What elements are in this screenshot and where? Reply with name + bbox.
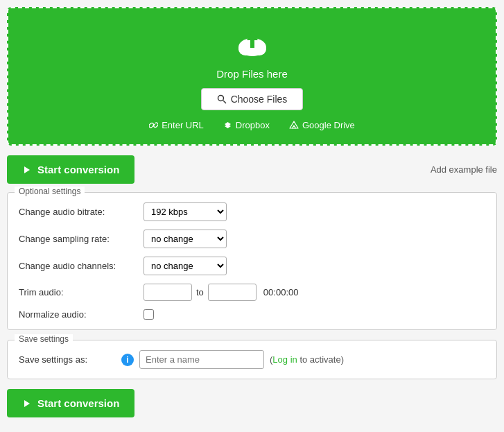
svg-point-4 [218,96,223,101]
info-icon[interactable]: i [121,354,134,366]
enter-url-label: Enter URL [162,120,204,130]
save-as-label: Save settings as: [19,354,116,365]
optional-settings-legend: Optional settings [15,187,85,196]
channels-select[interactable]: no change 1 (Mono) 2 (Stereo) [144,257,227,275]
svg-marker-10 [24,166,30,173]
dropbox-label: Dropbox [236,120,270,130]
enter-url-link[interactable]: Enter URL [149,120,204,130]
save-name-input[interactable] [139,350,264,369]
sampling-select[interactable]: no change 8000 Hz 11025 Hz 22050 Hz 4410… [144,230,227,248]
conversion-row: Start conversion Add example file [7,155,497,184]
bitrate-control[interactable]: 192 kbps 128 kbps 256 kbps 320 kbps [144,202,227,221]
drop-zone[interactable]: Drop Files here Choose Files Enter URL D… [7,7,497,146]
bottom-conversion-row: Start conversion [7,389,497,417]
google-drive-icon [289,121,299,130]
sampling-row: Change sampling rate: no change 8000 Hz … [19,230,485,248]
save-settings-box: Save settings Save settings as: i (Log i… [7,340,497,379]
svg-marker-8 [290,121,298,128]
trim-end-input[interactable] [208,284,257,301]
trim-inputs: to 00:00:00 [144,284,298,301]
channels-label: Change audio channels: [19,261,144,271]
dropbox-link[interactable]: Dropbox [223,120,270,130]
google-drive-link[interactable]: Google Drive [289,120,355,130]
bitrate-label: Change audio bitrate: [19,207,144,217]
normalize-checkbox[interactable] [144,309,154,320]
channels-control[interactable]: no change 1 (Mono) 2 (Stereo) [144,257,227,275]
start-conversion-button-bottom[interactable]: Start conversion [7,389,134,417]
trim-time-label: 00:00:00 [263,287,299,297]
login-link[interactable]: Log in [272,354,297,365]
start-conversion-label-top: Start conversion [37,164,119,175]
sampling-control[interactable]: no change 8000 Hz 11025 Hz 22050 Hz 4410… [144,230,227,248]
normalize-row: Normalize audio: [19,309,485,320]
search-icon [217,94,227,104]
save-settings-legend: Save settings [15,334,73,344]
chevron-right-icon-bottom [22,399,32,408]
bitrate-row: Change audio bitrate: 192 kbps 128 kbps … [19,202,485,221]
start-conversion-label-bottom: Start conversion [37,397,119,409]
sampling-label: Change sampling rate: [19,234,144,244]
bitrate-select[interactable]: 192 kbps 128 kbps 256 kbps 320 kbps [144,202,227,221]
google-drive-label: Google Drive [302,120,355,130]
login-suffix: to activate) [297,354,344,365]
login-text: (Log in to activate) [270,354,344,365]
choose-files-button[interactable]: Choose Files [201,88,304,110]
trim-start-input[interactable] [144,284,192,301]
add-example-link[interactable]: Add example file [431,164,497,175]
trim-to-label: to [196,287,204,297]
link-icon [149,121,158,130]
save-row: Save settings as: i (Log in to activate) [19,350,485,369]
start-conversion-button-top[interactable]: Start conversion [7,155,134,184]
chevron-right-icon-top [22,165,32,175]
trim-row: Trim audio: to 00:00:00 [19,284,485,301]
drop-links: Enter URL Dropbox Google Drive [22,120,482,130]
svg-marker-11 [24,400,30,407]
add-example-label: Add example file [431,164,497,175]
normalize-label: Normalize audio: [19,309,144,320]
svg-line-5 [223,101,226,103]
trim-label: Trim audio: [19,287,144,297]
upload-icon [234,25,271,62]
dropbox-icon [223,121,232,130]
choose-files-label: Choose Files [231,94,288,105]
optional-settings-box: Optional settings Change audio bitrate: … [7,192,497,330]
channels-row: Change audio channels: no change 1 (Mono… [19,257,485,275]
drop-text: Drop Files here [22,68,482,80]
